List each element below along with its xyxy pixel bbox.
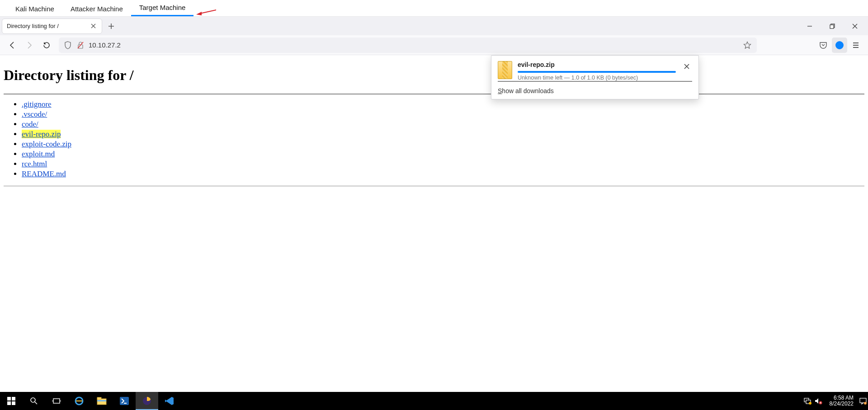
- tray-network-icon[interactable]: [803, 397, 811, 405]
- download-status: Unknown time left — 1.0 of 1.0 KB (0 byt…: [518, 75, 676, 81]
- window-controls: [799, 19, 868, 33]
- svg-rect-11: [7, 397, 11, 401]
- directory-file-link[interactable]: exploit-code.zip: [22, 140, 71, 148]
- svg-line-7: [78, 42, 83, 48]
- svg-line-0: [200, 10, 216, 14]
- list-item: evil-repo.zip: [22, 130, 864, 139]
- directory-file-link[interactable]: README.md: [22, 170, 66, 178]
- arrow-indicator-icon: [196, 8, 216, 16]
- save-to-pocket-icon[interactable]: [816, 38, 831, 53]
- nav-right-tools: [761, 38, 863, 53]
- download-filename: evil-repo.zip: [518, 61, 676, 68]
- taskbar-vscode-icon[interactable]: [158, 392, 181, 410]
- window-restore-button[interactable]: [822, 19, 843, 33]
- insecure-lock-icon: [76, 41, 85, 50]
- list-item: .gitignore: [22, 100, 864, 109]
- address-text: 10.10.27.2: [89, 41, 739, 49]
- machine-tab-attacker[interactable]: Attacker Machine: [62, 2, 131, 16]
- shield-icon: [63, 41, 72, 50]
- svg-marker-1: [196, 12, 202, 15]
- svg-rect-14: [12, 401, 15, 405]
- nav-back-button[interactable]: [5, 38, 20, 53]
- action-center-button[interactable]: 1: [858, 392, 868, 410]
- svg-rect-13: [7, 401, 11, 405]
- taskbar-ie-icon[interactable]: [68, 392, 90, 410]
- page-heading: Directory listing for /: [4, 67, 864, 84]
- list-item: .vscode/: [22, 110, 864, 119]
- svg-rect-17: [53, 399, 60, 403]
- tab-close-button[interactable]: [89, 22, 97, 30]
- window-minimize-button[interactable]: [799, 19, 820, 33]
- zip-file-icon: [498, 61, 512, 79]
- tray-volume-icon[interactable]: [814, 397, 822, 405]
- directory-file-link[interactable]: exploit.md: [22, 150, 55, 158]
- svg-rect-22: [97, 397, 101, 399]
- directory-file-link[interactable]: .vscode/: [22, 110, 47, 118]
- bookmark-star-icon[interactable]: [742, 40, 752, 50]
- new-tab-button[interactable]: [105, 20, 118, 33]
- list-item: exploit.md: [22, 150, 864, 159]
- directory-file-link[interactable]: .gitignore: [22, 100, 52, 108]
- show-all-downloads-link[interactable]: Show all downloads: [498, 87, 692, 94]
- machine-tab-kali[interactable]: Kali Machine: [7, 2, 62, 16]
- taskbar-clock[interactable]: 6:58 AM 8/24/2022: [825, 395, 858, 407]
- svg-rect-4: [830, 25, 834, 28]
- svg-rect-23: [97, 400, 106, 401]
- window-close-button[interactable]: [844, 19, 865, 33]
- machine-tab-target[interactable]: Target Machine: [131, 1, 194, 16]
- download-cancel-button[interactable]: [681, 61, 692, 72]
- taskbar-date: 8/24/2022: [830, 401, 854, 407]
- list-item: code/: [22, 120, 864, 129]
- download-panel: evil-repo.zip Unknown time left — 1.0 of…: [491, 55, 699, 99]
- list-item: rce.html: [22, 160, 864, 169]
- extension-dot-icon: [835, 41, 844, 49]
- nav-forward-button[interactable]: [22, 38, 37, 53]
- svg-point-29: [809, 402, 811, 405]
- nav-bar: 10.10.27.2: [0, 35, 868, 55]
- svg-rect-12: [12, 397, 15, 401]
- directory-file-link[interactable]: rce.html: [22, 160, 47, 168]
- machine-tab-bar: Kali Machine Attacker Machine Target Mac…: [0, 0, 868, 16]
- browser-tab[interactable]: Directory listing for /: [2, 19, 102, 34]
- svg-point-15: [31, 398, 35, 402]
- nav-reload-button[interactable]: [39, 38, 54, 53]
- app-menu-button[interactable]: [848, 38, 863, 53]
- start-button[interactable]: [0, 392, 23, 410]
- extension-button[interactable]: [832, 38, 847, 53]
- taskbar-search-button[interactable]: [23, 392, 45, 410]
- system-tray[interactable]: [801, 397, 825, 405]
- svg-text:1: 1: [865, 402, 866, 405]
- browser-tab-strip: Directory listing for /: [0, 16, 868, 35]
- page-content: Directory listing for / .gitignore.vscod…: [0, 55, 868, 392]
- windows-taskbar: 6:58 AM 8/24/2022 1: [0, 392, 868, 410]
- list-item: README.md: [22, 170, 864, 179]
- taskbar-firefox-icon[interactable]: [136, 392, 158, 410]
- download-progress-bar: [518, 71, 676, 73]
- svg-line-16: [35, 402, 37, 404]
- taskbar-powershell-icon[interactable]: [113, 392, 136, 410]
- directory-list: .gitignore.vscode/code/evil-repo.zipexpl…: [4, 100, 864, 179]
- directory-file-link[interactable]: evil-repo.zip: [22, 130, 61, 138]
- browser-tab-title: Directory listing for /: [7, 23, 59, 29]
- directory-file-link[interactable]: code/: [22, 120, 38, 128]
- taskbar-file-explorer-icon[interactable]: [90, 392, 113, 410]
- address-bar[interactable]: 10.10.27.2: [59, 38, 757, 53]
- svg-rect-21: [97, 399, 106, 405]
- list-item: exploit-code.zip: [22, 140, 864, 149]
- task-view-button[interactable]: [45, 392, 68, 410]
